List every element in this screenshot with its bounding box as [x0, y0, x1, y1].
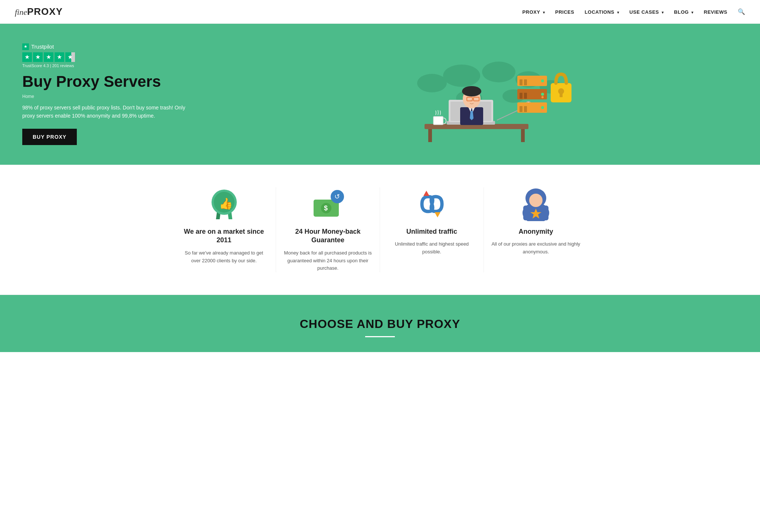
feature-desc-traffic: Unlimited traffic and highest speed poss… — [387, 240, 476, 256]
svg-rect-9 — [521, 129, 525, 142]
svg-rect-26 — [520, 79, 522, 85]
feature-moneyback: $ ↺ 24 Hour Money-back Guarantee Money b… — [276, 187, 380, 272]
logo-fine: fine — [15, 7, 27, 17]
svg-point-39 — [541, 109, 544, 112]
star-3: ★ — [44, 52, 53, 62]
anonymity-icon — [522, 187, 550, 221]
trustpilot-name: Trustpilot — [31, 43, 54, 50]
feature-icon-anon — [491, 187, 580, 221]
feature-icon-medal: 👍 — [180, 187, 268, 221]
svg-rect-13 — [433, 116, 443, 125]
star-5-half: ★ — [65, 52, 75, 62]
star-4: ★ — [55, 52, 64, 62]
nav-link-prices[interactable]: PRICES — [555, 9, 574, 15]
svg-point-29 — [541, 83, 544, 85]
hero-section: ★ Trustpilot ★ ★ ★ ★ ★ TrustScore 4.3 | … — [0, 24, 760, 165]
trustpilot-star-logo: ★ — [22, 43, 29, 50]
feature-desc-market: So far we've already managed to get over… — [180, 249, 268, 265]
svg-rect-31 — [520, 93, 522, 99]
svg-point-19 — [462, 86, 481, 96]
nav-item-blog[interactable]: BLOG ▾ — [674, 9, 693, 15]
hero-left: ★ Trustpilot ★ ★ ★ ★ ★ TrustScore 4.3 | … — [22, 43, 230, 145]
feature-market: 👍 We are on a market since 2011 So far w… — [172, 187, 276, 272]
feature-icon-infinity — [387, 187, 476, 221]
chevron-down-icon: ▾ — [617, 10, 619, 14]
nav-link-reviews[interactable]: REVIEWS — [704, 9, 727, 15]
star-1: ★ — [22, 52, 32, 62]
svg-text:↺: ↺ — [334, 193, 340, 200]
svg-rect-37 — [524, 106, 527, 112]
svg-point-2 — [482, 62, 515, 82]
feature-title-anonymity: Anonymity — [491, 227, 580, 236]
nav-item-proxy[interactable]: PROXY ▾ — [522, 9, 545, 15]
money-icon: $ ↺ — [312, 189, 344, 219]
feature-title-traffic: Unlimited traffic — [387, 227, 476, 236]
choose-section: CHOOSE AND BUY PROXY — [0, 295, 760, 352]
buy-proxy-button[interactable]: BUY PROXY — [22, 129, 77, 145]
search-icon[interactable]: 🔍 — [738, 9, 745, 15]
breadcrumb: Home — [22, 94, 230, 99]
nav-item-locations[interactable]: LOCATIONS ▾ — [584, 9, 619, 15]
svg-point-0 — [417, 74, 447, 92]
nav-item-usecases[interactable]: USE CASES ▾ — [629, 9, 664, 15]
nav-item-reviews[interactable]: REVIEWS — [704, 9, 727, 15]
navbar: fine PROXY PROXY ▾ PRICES LOCATIONS ▾ US… — [0, 0, 760, 24]
medal-icon: 👍 — [209, 189, 239, 219]
trustpilot-score: TrustScore 4.3 | 201 reviews — [22, 63, 230, 68]
choose-underline — [365, 336, 395, 337]
svg-point-34 — [541, 96, 544, 98]
trustpilot-stars: ★ ★ ★ ★ ★ — [22, 52, 230, 62]
svg-point-28 — [541, 79, 544, 82]
nav-link-blog[interactable]: BLOG ▾ — [674, 9, 693, 15]
trustpilot-logo: ★ Trustpilot — [22, 43, 230, 50]
svg-point-33 — [541, 93, 544, 96]
feature-title-market: We are on a market since 2011 — [180, 227, 268, 245]
features-section: 👍 We are on a market since 2011 So far w… — [0, 165, 760, 295]
infinity-icon — [415, 189, 449, 219]
hero-svg — [395, 39, 573, 150]
trustpilot-widget: ★ Trustpilot ★ ★ ★ ★ ★ TrustScore 4.3 | … — [22, 43, 230, 68]
feature-anonymity: Anonymity All of our proxies are exclusi… — [484, 187, 588, 272]
svg-text:👍: 👍 — [219, 197, 233, 210]
chevron-down-icon: ▾ — [662, 10, 664, 14]
feature-traffic: Unlimited traffic Unlimited traffic and … — [380, 187, 484, 272]
svg-rect-27 — [524, 79, 527, 85]
feature-icon-money: $ ↺ — [284, 187, 372, 221]
svg-point-41 — [558, 88, 564, 94]
hero-description: 98% of proxy servers sell public proxy l… — [22, 104, 193, 120]
nav-links: PROXY ▾ PRICES LOCATIONS ▾ USE CASES ▾ B… — [522, 8, 745, 15]
svg-point-38 — [541, 106, 544, 109]
nav-item-prices[interactable]: PRICES — [555, 9, 574, 15]
svg-rect-36 — [520, 106, 522, 112]
svg-point-58 — [529, 194, 543, 207]
svg-marker-53 — [423, 191, 429, 196]
svg-point-1 — [443, 65, 480, 87]
svg-rect-8 — [428, 129, 432, 142]
logo[interactable]: fine PROXY — [15, 6, 63, 17]
chevron-down-icon: ▾ — [543, 10, 545, 14]
star-2: ★ — [33, 52, 43, 62]
svg-rect-32 — [524, 93, 527, 99]
nav-link-locations[interactable]: LOCATIONS ▾ — [584, 9, 619, 15]
chevron-down-icon: ▾ — [691, 10, 694, 14]
svg-marker-54 — [435, 212, 440, 217]
nav-link-usecases[interactable]: USE CASES ▾ — [629, 9, 664, 15]
logo-proxy: PROXY — [27, 6, 63, 17]
svg-text:$: $ — [324, 204, 328, 212]
feature-title-moneyback: 24 Hour Money-back Guarantee — [284, 227, 372, 245]
hero-illustration — [230, 39, 738, 150]
hero-title: Buy Proxy Servers — [22, 73, 230, 90]
svg-rect-42 — [560, 93, 563, 97]
feature-desc-moneyback: Money back for all purchased products is… — [284, 249, 372, 272]
nav-link-proxy[interactable]: PROXY ▾ — [522, 9, 545, 15]
choose-title: CHOOSE AND BUY PROXY — [15, 317, 745, 331]
feature-desc-anonymity: All of our proxies are exclusive and hig… — [491, 240, 580, 256]
nav-item-search[interactable]: 🔍 — [738, 8, 745, 15]
